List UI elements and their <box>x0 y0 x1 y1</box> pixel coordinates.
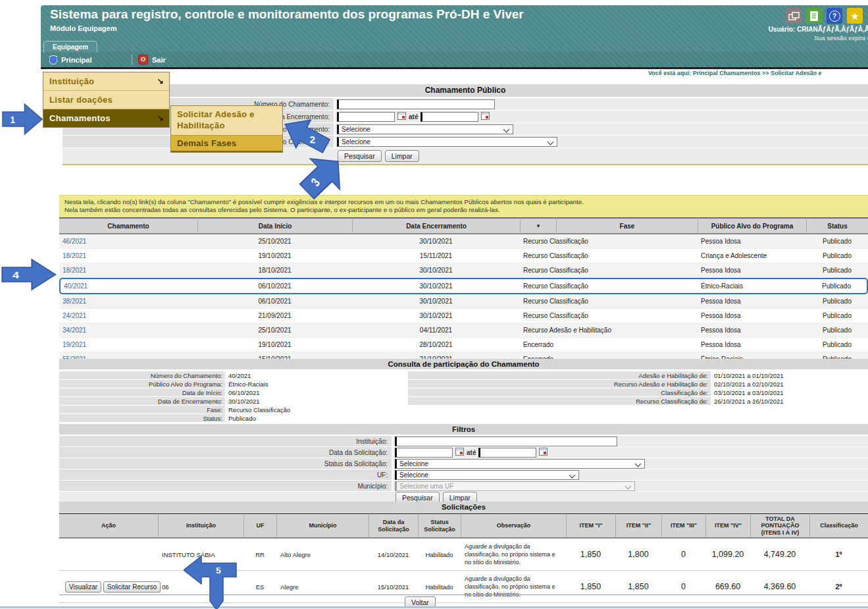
cell-inicio: 25/10/2021 <box>197 323 352 338</box>
visualizar-button[interactable]: Visualizar <box>65 581 101 593</box>
cell-item-4: 1,099.20 <box>705 539 750 571</box>
cell-item-1: 1,850 <box>566 571 615 603</box>
detail-label: Número do Chamamento: <box>59 371 225 379</box>
cell-inicio: 21/09/2021 <box>197 309 352 323</box>
cell-status: Publicado <box>806 294 868 309</box>
solicitacao-row: INSTITUTO SÁBIA RR Alto Alegre 14/10/202… <box>59 539 868 571</box>
data-encerramento-ate-input[interactable] <box>421 112 478 122</box>
menu-sair[interactable]: O Sair <box>138 52 166 67</box>
document-icon[interactable] <box>806 8 822 24</box>
calendar-icon[interactable] <box>455 446 464 458</box>
detail-value: Publicado <box>225 415 256 422</box>
submenu-arrow-icon: ↘ <box>157 109 164 127</box>
svg-text:1: 1 <box>11 115 16 125</box>
cell-total: 4,749.20 <box>750 539 809 571</box>
detail-value: 40/2021 <box>225 372 251 379</box>
help-icon[interactable]: ? <box>827 8 842 24</box>
cell-item-1: 1,850 <box>566 539 615 571</box>
instituicao-input[interactable] <box>395 437 617 446</box>
status-solicitacao-select[interactable]: Selecione <box>395 459 645 469</box>
app-header: Sistema para registro, controle e monito… <box>41 5 868 69</box>
data-solicitacao-de-input[interactable] <box>395 448 453 458</box>
annotation-arrow-4: 4 <box>1 258 57 291</box>
col-status[interactable]: Status <box>806 217 868 234</box>
cell-encerramento: 30/10/2021 <box>352 309 520 323</box>
svg-text:5: 5 <box>216 566 221 575</box>
table-row: 18/202119/10/202115/11/2021Recurso Class… <box>59 249 868 263</box>
col-fase[interactable]: Fase <box>556 217 698 234</box>
chamamento-link[interactable]: 18/2021 <box>63 267 86 274</box>
menu-principal[interactable]: Principal <box>49 52 91 67</box>
numero-chamamento-input[interactable] <box>337 99 495 109</box>
menu-item-instituicao[interactable]: Instituição ↘ <box>43 72 169 91</box>
chamamento-link[interactable]: 19/2021 <box>63 341 86 348</box>
consulta-title: Consulta de participação do Chamamento <box>59 359 868 369</box>
cell-publico: Pessoa Idosa <box>698 294 806 309</box>
chamamentos-submenu: Solicitar Adesão e Habilitação Demais Fa… <box>170 105 283 153</box>
menu-item-chamamentos[interactable]: Chamamentos ↘ <box>43 109 169 127</box>
cell-item-4: 669.60 <box>705 571 750 603</box>
detail-label: Fase: <box>59 406 225 413</box>
detail-label: Público Alvo do Programa: <box>59 380 225 388</box>
cell-publico: Criança e Adolescente <box>698 249 806 263</box>
cell-fase: Recurso Adesão e Habilitação <box>520 323 698 338</box>
detail-value: 06/10/2021 <box>225 389 260 396</box>
col-municipio: Município <box>276 513 369 539</box>
detail-value: 01/10/2021 a 01/10/2021 <box>711 372 784 379</box>
ate-label: até <box>409 113 418 120</box>
detail-label: Adesão e Habilitação de: <box>408 371 711 379</box>
menu-item-solicitar-adesao[interactable]: Solicitar Adesão e Habilitação <box>171 106 282 135</box>
calendar-icon[interactable] <box>481 111 490 122</box>
menu-item-label: Chamamentos <box>49 113 111 123</box>
cell-publico: Pessoa Idosa <box>698 338 806 352</box>
col-publico-alvo[interactable]: Público Alvo do Programa <box>698 217 806 234</box>
cell-data: 14/10/2021 <box>369 539 418 571</box>
principal-dropdown-menu: Instituição ↘ Listar doações Chamamentos… <box>43 72 170 128</box>
menu-item-label: Listar doações <box>49 95 113 105</box>
menu-item-demais-fases[interactable]: Demais Fases <box>171 135 282 152</box>
app-subtitle: Módulo Equipagem <box>50 24 116 32</box>
calendar-icon[interactable] <box>397 111 406 122</box>
chamamento-link[interactable]: 38/2021 <box>63 298 86 305</box>
chamamento-link[interactable]: 46/2021 <box>63 238 86 245</box>
svg-text:2: 2 <box>309 134 315 146</box>
detail-label: Classificação de: <box>408 388 711 396</box>
col-observacao: Observação <box>461 513 566 539</box>
cell-uf: RR <box>243 539 276 571</box>
data-solicitacao-ate-input[interactable] <box>478 448 536 458</box>
col-chamamento[interactable]: Chamamento <box>59 217 197 234</box>
cell-total: 4,369.60 <box>750 571 809 603</box>
cell-status: Publicado <box>806 309 868 323</box>
uf-select[interactable]: Selecione <box>395 470 579 480</box>
sort-indicator-icon[interactable]: ▼ <box>520 217 556 234</box>
data-encerramento-de-input[interactable] <box>337 112 395 122</box>
info-line-1: Nesta tela, clicando no(s) link(s) da co… <box>64 198 868 206</box>
windows-icon[interactable] <box>786 8 802 24</box>
publico-alvo-select[interactable]: Selecione <box>337 137 557 147</box>
cell-encerramento: 04/11/2021 <box>352 323 520 338</box>
cell-fase: Recurso Classificação <box>520 249 698 263</box>
chamamento-link[interactable]: 40/2021 <box>64 282 88 290</box>
cell-inicio: 06/10/2021 <box>197 278 352 294</box>
chamamento-link[interactable]: 18/2021 <box>63 252 86 259</box>
table-row: 24/202121/09/202130/10/2021Recurso Class… <box>59 309 868 323</box>
col-data-inicio[interactable]: Data Início <box>197 217 352 234</box>
star-icon[interactable]: ★ <box>847 8 863 24</box>
limpar-button[interactable]: Limpar <box>385 150 419 162</box>
cell-publico: Pessoa Idosa <box>698 234 806 249</box>
chamamento-link[interactable]: 34/2021 <box>63 327 86 334</box>
cell-observacao: Aguarde a divulgação da classificação, n… <box>461 571 566 603</box>
municipio-select[interactable]: Selecione uma UF <box>395 481 635 491</box>
calendar-icon[interactable] <box>539 446 548 458</box>
solicitar-recurso-button[interactable]: Solicitar Recurso <box>103 581 161 593</box>
pesquisar-button[interactable]: Pesquisar <box>338 150 382 162</box>
col-instituicao: Instituição <box>158 513 243 539</box>
tab-equipagem[interactable]: Equipagem <box>43 41 97 53</box>
chamamento-link[interactable]: 24/2021 <box>63 312 86 319</box>
col-acao: Ação <box>59 513 158 539</box>
status-chamamento-select[interactable]: Selecione <box>337 124 513 134</box>
screen: Sistema para registro, controle e monito… <box>0 0 868 609</box>
menu-item-listar-doacoes[interactable]: Listar doações <box>43 91 169 109</box>
col-item-3: ITEM "III" <box>661 513 705 539</box>
col-data-encerramento[interactable]: Data Encerramento <box>352 217 520 234</box>
